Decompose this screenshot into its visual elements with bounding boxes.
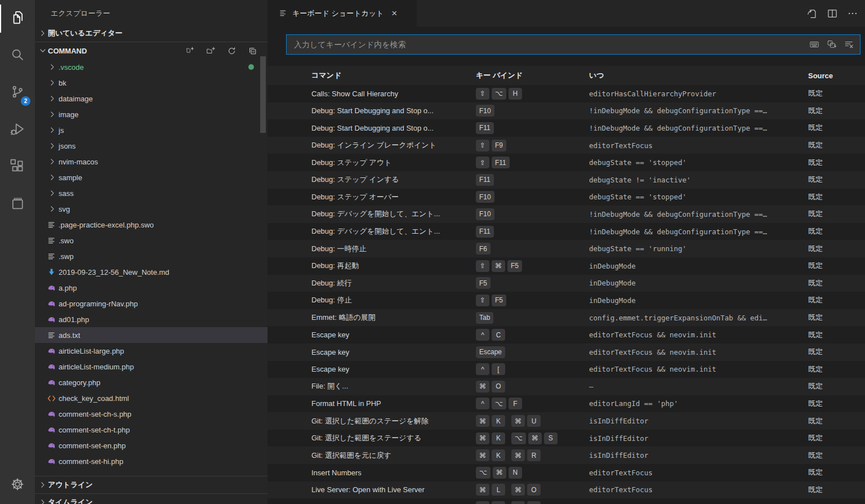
close-icon[interactable]: ×: [391, 8, 397, 18]
keycap: ⇧: [476, 88, 489, 100]
keybinding-row[interactable]: File: 開く...⌘O—既定: [267, 378, 865, 395]
command-cell: Debug: デバッグを開始して、エント...: [311, 209, 476, 219]
keybinding-row[interactable]: Live Server: Open with Live Server⌘L⌘Oed…: [267, 481, 865, 499]
folder-item[interactable]: js: [35, 122, 267, 138]
keybinding-row[interactable]: Emmet: 略語の展開Tabconfig.emmet.triggerExpan…: [267, 309, 865, 327]
file-item[interactable]: comment-set-hi.php: [35, 453, 267, 469]
command-cell: Debug: 一時停止: [311, 244, 476, 254]
timeline-section-header[interactable]: タイムライン: [35, 494, 267, 504]
file-item[interactable]: 2019-09-23_12-56_New_Note.md: [35, 264, 267, 280]
sort-precedence-icon[interactable]: [827, 39, 837, 50]
open-json-icon[interactable]: [806, 8, 818, 19]
folder-item[interactable]: image: [35, 106, 267, 122]
file-item[interactable]: category.php: [35, 374, 267, 390]
txt-file-icon: [47, 252, 57, 261]
more-icon[interactable]: [847, 8, 858, 19]
activity-item-notebook[interactable]: [0, 186, 35, 223]
sidebar-scrollbar[interactable]: [260, 56, 266, 133]
keybinding-row[interactable]: Git: 選択範囲を元に戻す⌘K⌘RisInDiffEditor既定: [267, 447, 865, 464]
activity-item-source-control[interactable]: 2: [0, 74, 35, 111]
command-cell: Escape key: [311, 365, 476, 373]
item-label: airticleList-large.php: [59, 347, 124, 355]
source-cell: 既定: [808, 416, 865, 426]
keybinding-row[interactable]: Debug: 再起動⇧⌘F5inDebugMode既定: [267, 257, 865, 275]
file-item[interactable]: .page-practice-excel.php.swo: [35, 217, 267, 233]
keybinding-row[interactable]: Debug: ステップ インするF11debugState != 'inacti…: [267, 171, 865, 189]
folder-item[interactable]: nvim-macos: [35, 154, 267, 170]
keybinding-cell: ⌘K⌘U: [476, 415, 589, 427]
column-header-keybinding: キー バインド: [476, 70, 589, 81]
keybinding-row[interactable]: Debug: 停止⇧F5inDebugMode既定: [267, 292, 865, 309]
new-file-icon[interactable]: [185, 46, 195, 56]
keybinding-row[interactable]: Debug: Start Debugging and Stop o...F11!…: [267, 119, 865, 137]
clear-filter-icon[interactable]: [844, 39, 854, 50]
keybinding-row-partial[interactable]: [267, 498, 865, 504]
file-item[interactable]: .swo: [35, 233, 267, 248]
when-cell: inDebugMode: [589, 296, 808, 305]
split-editor-icon[interactable]: [827, 8, 838, 19]
file-item[interactable]: ad01.php: [35, 311, 267, 327]
php-file-icon: [47, 300, 57, 308]
collapse-all-icon[interactable]: [248, 46, 257, 56]
keybinding-row[interactable]: Escape keyEscapeeditorTextFocus && neovi…: [267, 344, 865, 361]
source-cell: 既定: [808, 88, 865, 99]
folder-item[interactable]: bk: [35, 75, 267, 91]
activity-item-explorer[interactable]: [0, 0, 35, 37]
keybinding-row[interactable]: Debug: 一時停止F6debugState == 'running'既定: [267, 240, 865, 257]
folder-item[interactable]: sample: [35, 170, 267, 185]
file-item[interactable]: ad-programing-rNav.php: [35, 296, 267, 311]
search-input[interactable]: [287, 40, 809, 49]
keycap: [527, 501, 541, 504]
keybinding-row[interactable]: Debug: 続行F5inDebugMode既定: [267, 275, 865, 292]
outline-section-header[interactable]: アウトライン: [35, 476, 267, 493]
keybinding-row[interactable]: Debug: Start Debugging and Stop o...F10!…: [267, 102, 865, 120]
settings-gear-button[interactable]: [0, 472, 35, 498]
file-item[interactable]: .swp: [35, 248, 267, 264]
keybinding-row[interactable]: Escape key^[editorTextFocus && neovim.in…: [267, 361, 865, 378]
keybinding-row[interactable]: Escape key^CeditorTextFocus && neovim.in…: [267, 326, 865, 344]
keybinding-cell: ⌘K⌥⌘S: [476, 432, 589, 444]
keycap: ⌘: [511, 449, 525, 461]
folder-item[interactable]: dataimage: [35, 91, 267, 106]
command-section-header[interactable]: COMMAND: [35, 42, 267, 59]
folder-item[interactable]: jsons: [35, 138, 267, 154]
keybinding-row[interactable]: Debug: ステップ オーバーF10debugState == 'stoppe…: [267, 189, 865, 206]
item-label: js: [59, 126, 64, 135]
file-item[interactable]: airticleList-large.php: [35, 343, 267, 359]
editor-title-actions: [806, 0, 858, 26]
keybinding-row[interactable]: Insert Numbers⌥⌘NeditorTextFocus既定: [267, 464, 865, 481]
when-cell: editorTextFocus && neovim.init: [589, 331, 808, 339]
activity-item-extensions[interactable]: [0, 149, 35, 186]
open-editors-section-header[interactable]: 開いているエディター: [35, 25, 267, 42]
keybinding-row[interactable]: Git: 選択した範囲をステージする⌘K⌥⌘SisInDiffEditor既定: [267, 430, 865, 447]
keybinding-row[interactable]: Debug: ステップ アウト⇧F11debugState == 'stoppe…: [267, 154, 865, 171]
folder-item[interactable]: svg: [35, 201, 267, 217]
command-cell: Calls: Show Call Hierarchy: [311, 90, 476, 98]
file-item[interactable]: comment-set-ch-s.php: [35, 406, 267, 422]
keyboard-icon[interactable]: [809, 39, 819, 50]
activity-item-run-debug[interactable]: [0, 111, 35, 149]
file-item[interactable]: comment-set-en.php: [35, 438, 267, 453]
source-cell: 既定: [808, 140, 865, 150]
source-cell: 既定: [808, 381, 865, 391]
activity-item-search[interactable]: [0, 37, 35, 74]
command-cell: Live Server: Open with Live Server: [311, 485, 476, 494]
keybinding-row[interactable]: Format HTML in PHP^⌥FeditorLangId == 'ph…: [267, 395, 865, 413]
file-item[interactable]: check_key_coad.html: [35, 390, 267, 406]
keycap: ⌘: [511, 484, 525, 496]
keybinding-row[interactable]: Debug: インライン ブレークポイント⇧F9editorTextFocus既…: [267, 137, 865, 154]
file-item[interactable]: ads.txt: [35, 327, 267, 343]
keybinding-row[interactable]: Git: 選択した範囲のステージを解除⌘K⌘UisInDiffEditor既定: [267, 412, 865, 430]
new-folder-icon[interactable]: [206, 46, 216, 56]
folder-item[interactable]: sass: [35, 185, 267, 201]
source-cell: 既定: [808, 485, 865, 495]
file-item[interactable]: airticleList-medium.php: [35, 359, 267, 374]
file-item[interactable]: comment-set-ch-t.php: [35, 422, 267, 438]
refresh-icon[interactable]: [227, 46, 237, 56]
keybinding-row[interactable]: Debug: デバッグを開始して、エント...F10!inDebugMode &…: [267, 206, 865, 223]
tab-keyboard-shortcuts[interactable]: キーボード ショートカット ×: [267, 0, 417, 26]
file-item[interactable]: a.php: [35, 280, 267, 296]
folder-item[interactable]: .vscode: [35, 59, 267, 75]
keybinding-row[interactable]: Calls: Show Call Hierarchy⇧⌥HeditorHasCa…: [267, 85, 865, 102]
keybinding-row[interactable]: Debug: デバッグを開始して、エント...F11!inDebugMode &…: [267, 223, 865, 240]
